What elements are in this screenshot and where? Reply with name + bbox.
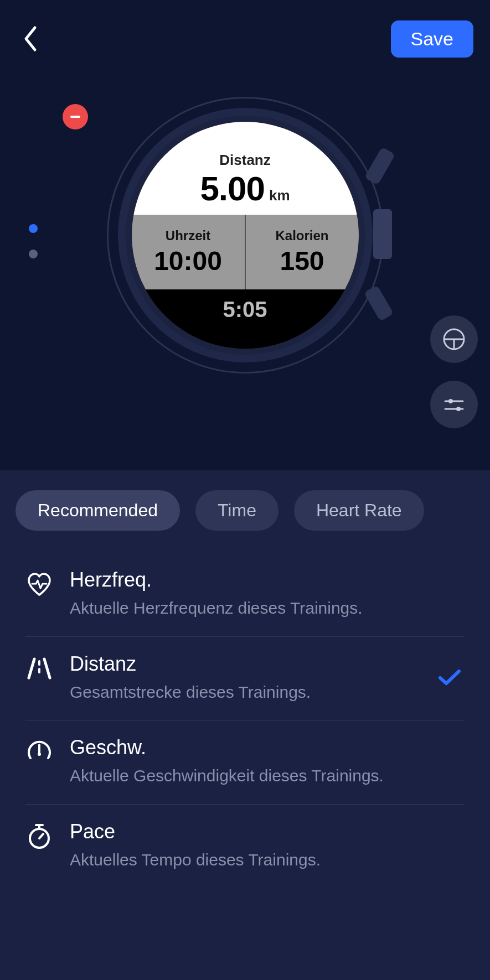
layout-button[interactable] xyxy=(430,315,478,363)
check-icon xyxy=(438,668,461,689)
tab-heart-rate[interactable]: Heart Rate xyxy=(294,490,424,531)
watch-field-mid-left[interactable]: Uhrzeit 10:00 xyxy=(132,215,246,289)
watch-field-top-label: Distanz xyxy=(219,152,270,169)
list-item-desc: Aktuelle Geschwindigkeit dieses Training… xyxy=(70,765,465,787)
road-icon xyxy=(27,657,52,680)
list-item-desc: Aktuelles Tempo dieses Trainings. xyxy=(70,849,465,872)
back-button[interactable] xyxy=(17,25,44,53)
list-item-title: Geschw. xyxy=(70,736,465,759)
watch-field-top[interactable]: Distanz 5.00 km xyxy=(132,122,359,215)
chevron-left-icon xyxy=(23,25,38,52)
list-item-title: Pace xyxy=(70,820,465,843)
watch-field-bottom[interactable]: 5:05 xyxy=(132,289,359,349)
watch-field-mid-right-label: Kalorien xyxy=(275,228,328,243)
page-dot-active[interactable] xyxy=(29,224,38,233)
watch-field-top-unit: km xyxy=(269,187,290,204)
list-item-pace[interactable]: Pace Aktuelles Tempo dieses Trainings. xyxy=(25,805,465,888)
watch-preview: Distanz 5.00 km Uhrzeit 10:00 Kalorien xyxy=(0,61,490,470)
svg-line-14 xyxy=(39,834,43,838)
list-item-distance[interactable]: Distanz Gesamtstrecke dieses Trainings. xyxy=(25,637,465,721)
list-item-desc: Gesamtstrecke dieses Trainings. xyxy=(70,681,465,704)
watch-button-bottom xyxy=(363,285,393,322)
svg-point-10 xyxy=(38,753,41,756)
sliders-icon xyxy=(442,392,466,417)
save-button[interactable]: Save xyxy=(391,20,474,58)
watch-crown xyxy=(373,209,392,259)
watch-field-mid-right-value: 150 xyxy=(280,246,324,276)
data-field-panel: Recommended Time Heart Rate Herzfreq. Ak… xyxy=(0,470,490,980)
remove-button[interactable] xyxy=(63,104,88,129)
watch-bezel: Distanz 5.00 km Uhrzeit 10:00 Kalorien xyxy=(118,108,373,362)
stopwatch-icon xyxy=(27,823,52,849)
heart-rate-icon xyxy=(27,573,52,596)
watch-field-mid-left-label: Uhrzeit xyxy=(166,228,210,243)
tab-recommended[interactable]: Recommended xyxy=(16,490,180,531)
watch-field-bottom-value: 5:05 xyxy=(223,297,267,322)
settings-button[interactable] xyxy=(430,381,478,428)
gauge-icon xyxy=(27,739,52,765)
page-indicator xyxy=(29,224,38,258)
watch-outer-ring: Distanz 5.00 km Uhrzeit 10:00 Kalorien xyxy=(107,97,384,374)
list-item-title: Herzfreq. xyxy=(70,568,465,592)
watch-field-mid-left-value: 10:00 xyxy=(154,246,222,276)
tab-time[interactable]: Time xyxy=(195,490,278,531)
svg-point-6 xyxy=(456,407,461,411)
list-item-desc: Aktuelle Herzfrequenz dieses Trainings. xyxy=(70,597,465,620)
field-list: Herzfreq. Aktuelle Herzfrequenz dieses T… xyxy=(16,553,474,888)
list-item-heart-rate[interactable]: Herzfreq. Aktuelle Herzfrequenz dieses T… xyxy=(25,553,465,637)
minus-icon xyxy=(70,116,80,118)
watch-field-mid-right[interactable]: Kalorien 150 xyxy=(246,215,359,289)
watch-field-top-value: 5.00 xyxy=(200,169,265,208)
category-tabs: Recommended Time Heart Rate xyxy=(16,490,474,531)
watch-button-top xyxy=(364,147,395,185)
svg-point-4 xyxy=(448,399,453,403)
list-item-title: Distanz xyxy=(70,652,465,676)
list-item-speed[interactable]: Geschw. Aktuelle Geschwindigkeit dieses … xyxy=(25,720,465,805)
page-dot-inactive[interactable] xyxy=(29,250,38,258)
layout-icon xyxy=(442,327,466,351)
watch-face[interactable]: Distanz 5.00 km Uhrzeit 10:00 Kalorien xyxy=(132,122,359,349)
